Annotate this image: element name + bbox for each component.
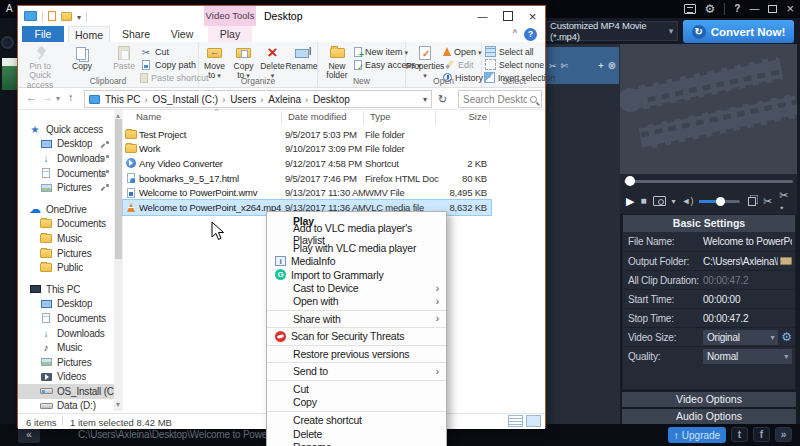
gear-icon[interactable] xyxy=(781,330,792,344)
settings-value[interactable]: Original xyxy=(703,330,778,345)
ribbon-small-button[interactable]: Copy path xyxy=(140,59,198,70)
ribbon-small-button[interactable]: Open xyxy=(443,46,481,57)
sidebar-item[interactable]: Videos xyxy=(18,370,114,385)
settings-row[interactable]: Stop Time: 00:00:47.2 xyxy=(623,308,795,327)
collapse-ribbon-icon[interactable]: ^ xyxy=(513,28,517,38)
breadcrumb-segment[interactable]: Users xyxy=(220,94,258,105)
upgrade-button[interactable]: ↑ Upgrade xyxy=(668,427,726,443)
snapshot-icon[interactable] xyxy=(653,196,666,206)
stop-icon[interactable] xyxy=(640,195,646,207)
ribbon-small-button[interactable]: Edit xyxy=(443,59,481,70)
breadcrumb-segment[interactable]: Desktop xyxy=(303,94,352,105)
ribbon-small-button[interactable]: Easy access xyxy=(354,59,406,70)
volume-icon[interactable] xyxy=(682,195,694,207)
ribbon-small-button[interactable]: Select all xyxy=(484,46,546,57)
new-folder-qat-icon[interactable] xyxy=(61,12,72,21)
context-menu-item[interactable]: Rename xyxy=(267,441,446,446)
file-row[interactable]: bookmarks_9_5_17.html 9/5/2017 7:46 PM F… xyxy=(123,171,491,186)
sidebar-item[interactable]: Downloads xyxy=(18,326,114,341)
help-icon[interactable] xyxy=(734,3,740,15)
sidebar-item[interactable]: Downloads xyxy=(18,151,114,166)
remove-clip-icon[interactable] xyxy=(608,60,616,71)
column-header-type[interactable]: Type xyxy=(370,111,391,122)
maximize-icon[interactable] xyxy=(768,5,777,13)
file-row[interactable]: Welcome to PowerPoint.wmv 9/13/2017 11:3… xyxy=(123,185,491,200)
context-menu-item[interactable]: Copy xyxy=(267,396,446,412)
convert-now-button[interactable]: ↻ Convert Now! xyxy=(683,20,794,43)
collapse-panel-button[interactable]: « xyxy=(18,428,40,443)
selected-clip-row[interactable] xyxy=(546,47,619,84)
properties-qat-icon[interactable] xyxy=(48,11,56,21)
ribbon-tab[interactable]: File xyxy=(22,26,64,42)
sidebar-item[interactable]: Pictures xyxy=(18,355,114,370)
minimize-icon[interactable] xyxy=(470,6,495,26)
duplicate-icon[interactable] xyxy=(748,197,756,206)
settings-row[interactable]: Video Size: Original xyxy=(623,327,795,346)
settings-row[interactable]: Start Time: 00:00:00 xyxy=(623,289,795,308)
sidebar-item[interactable]: This PC xyxy=(18,282,114,297)
sidebar-item[interactable]: Data (D:) xyxy=(18,399,114,411)
context-menu-item[interactable]: Share with xyxy=(267,313,446,329)
context-menu-item[interactable]: Import to Grammarly xyxy=(267,268,446,282)
divider[interactable] xyxy=(724,3,725,15)
context-menu-item[interactable]: Send to xyxy=(267,365,446,381)
context-menu-item[interactable]: Cast to Device xyxy=(267,282,446,296)
sidebar-item[interactable]: OneDrive xyxy=(18,202,114,217)
file-row[interactable]: Work 9/10/2017 3:09 PM File folder xyxy=(123,142,491,157)
crop-clip-icon[interactable] xyxy=(779,189,791,214)
effects-clip-icon[interactable] xyxy=(561,61,569,71)
divider[interactable] xyxy=(86,11,87,22)
file-row[interactable]: Any Video Converter 9/12/2017 4:58 PM Sh… xyxy=(123,156,491,171)
sidebar-item[interactable]: Quick access xyxy=(18,122,114,137)
ribbon-small-button[interactable]: Select none xyxy=(484,59,546,70)
column-header-name[interactable]: Name xyxy=(136,111,161,122)
breadcrumb-segment[interactable]: OS_Install (C:) xyxy=(143,94,221,105)
sidebar-item[interactable]: Pictures xyxy=(18,246,114,261)
context-menu-item[interactable]: Add to VLC media player's Playlist xyxy=(267,228,446,242)
help-icon[interactable]: ? xyxy=(524,28,537,41)
gear-icon[interactable] xyxy=(705,3,716,16)
output-format-dropdown[interactable]: Customized MP4 Movie (*.mp4) xyxy=(545,21,678,41)
settings-value[interactable]: 00:00:00 xyxy=(703,294,792,305)
explorer-icon[interactable] xyxy=(24,11,37,21)
sidebar-item[interactable]: Music xyxy=(18,340,114,355)
refresh-icon[interactable]: ↻ xyxy=(438,93,447,106)
screen-settings-icon[interactable] xyxy=(684,4,696,14)
scroll-up-icon[interactable] xyxy=(116,112,120,118)
snapshot-caret-icon[interactable] xyxy=(672,195,676,208)
more-icon[interactable] xyxy=(775,427,792,442)
context-menu-item[interactable]: Open with xyxy=(267,295,446,311)
divider[interactable] xyxy=(42,11,43,22)
settings-row[interactable]: Output Folder: C:\Users\Axleina\Deskt... xyxy=(623,251,795,270)
address-box[interactable]: This PCOS_Install (C:)UsersAxleinaDeskto… xyxy=(84,90,432,108)
scrollbar-thumb[interactable] xyxy=(115,119,122,259)
add-clip-icon[interactable] xyxy=(598,61,603,71)
context-menu-item[interactable]: Create shortcut xyxy=(267,414,446,428)
seek-knob[interactable] xyxy=(625,176,635,186)
context-menu-item[interactable]: Scan for Security Threats xyxy=(267,330,446,346)
sidebar-item[interactable]: Pictures xyxy=(18,180,114,195)
settings-value[interactable]: Normal xyxy=(703,349,792,364)
column-header-date[interactable]: Date modified xyxy=(288,111,347,122)
ribbon-tab[interactable]: Home xyxy=(68,26,110,42)
details-view-icon[interactable] xyxy=(508,415,523,427)
settings-row[interactable]: Quality: Normal xyxy=(623,346,795,365)
sidebar-item[interactable]: Desktop xyxy=(18,297,114,312)
breadcrumb-segment[interactable]: This PC xyxy=(103,94,143,105)
minimize-icon[interactable] xyxy=(749,3,759,15)
large-icons-view-icon[interactable] xyxy=(526,415,541,427)
maximize-icon[interactable] xyxy=(495,6,520,26)
forward-button[interactable]: → xyxy=(42,91,53,103)
context-menu-item[interactable]: Delete xyxy=(267,427,446,441)
play-icon[interactable] xyxy=(626,195,634,208)
up-button[interactable]: ↑ xyxy=(68,91,74,103)
sidebar-item[interactable]: Desktop xyxy=(18,137,114,152)
breadcrumb-segment[interactable]: Axleina xyxy=(258,94,303,105)
ribbon-tab[interactable]: Share xyxy=(114,26,158,42)
sidebar-item[interactable]: Documents xyxy=(18,166,114,181)
context-menu-item[interactable]: MediaInfo xyxy=(267,255,446,269)
trim-clip-icon[interactable] xyxy=(549,61,557,71)
settings-row[interactable]: File Name: Welcome to PowerPoint xyxy=(623,232,795,251)
column-header-size[interactable]: Size xyxy=(441,111,487,122)
video-options-button[interactable]: Video Options xyxy=(622,392,796,407)
